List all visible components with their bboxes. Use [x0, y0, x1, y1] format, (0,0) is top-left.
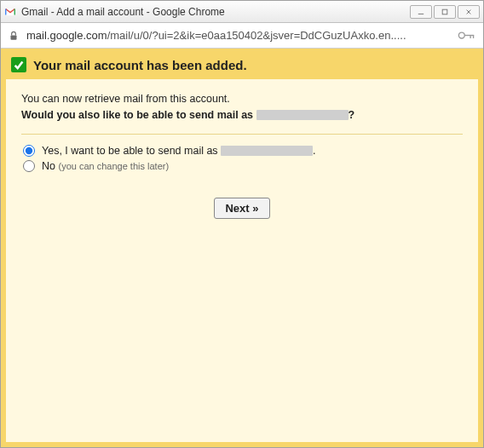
- window-title: Gmail - Add a mail account - Google Chro…: [21, 6, 410, 18]
- redacted-email-2: [221, 146, 313, 156]
- url-path: /mail/u/0/?ui=2&ik=e0aa150402&jsver=DdCG…: [107, 29, 406, 42]
- banner-heading: Your mail account has been added.: [33, 58, 247, 72]
- chrome-window: Gmail - Add a mail account - Google Chro…: [0, 0, 484, 448]
- intro-line1: You can now retrieve mail from this acco…: [21, 91, 463, 107]
- separator: [21, 134, 463, 135]
- svg-point-5: [458, 32, 464, 38]
- window-controls: [410, 5, 480, 19]
- option-yes[interactable]: Yes, I want to be able to send mail as .: [21, 145, 463, 157]
- option-yes-suffix: .: [313, 145, 315, 157]
- maximize-button[interactable]: [434, 5, 456, 19]
- close-button[interactable]: [458, 5, 480, 19]
- option-no-hint: (you can change this later): [58, 161, 169, 171]
- intro-line2: Would you also like to be able to send m…: [21, 107, 463, 123]
- success-banner: Your mail account has been added.: [6, 54, 478, 79]
- button-row: Next »: [21, 198, 463, 219]
- address-bar[interactable]: mail.google.com/mail/u/0/?ui=2&ik=e0aa15…: [1, 23, 483, 49]
- intro-text: You can now retrieve mail from this acco…: [21, 91, 463, 123]
- option-no-text: No: [42, 160, 55, 172]
- send-as-options: Yes, I want to be able to send mail as .…: [21, 145, 463, 172]
- intro-line2-b: ?: [349, 109, 355, 121]
- content-area: Your mail account has been added. You ca…: [1, 49, 483, 447]
- url-text: mail.google.com/mail/u/0/?ui=2&ik=e0aa15…: [26, 29, 452, 42]
- option-yes-prefix: Yes, I want to be able to send mail as: [42, 145, 218, 157]
- next-button[interactable]: Next »: [214, 198, 269, 219]
- key-icon[interactable]: [458, 30, 476, 42]
- svg-rect-4: [11, 35, 17, 39]
- url-domain: mail.google.com: [26, 29, 107, 42]
- redacted-email: [256, 110, 349, 120]
- option-no-label: No (you can change this later): [42, 160, 169, 172]
- option-yes-label: Yes, I want to be able to send mail as .: [42, 145, 316, 157]
- lock-icon: [8, 30, 20, 42]
- panel: You can now retrieve mail from this acco…: [6, 79, 478, 442]
- gmail-favicon-icon: [4, 6, 16, 18]
- radio-yes[interactable]: [23, 145, 35, 157]
- radio-no[interactable]: [23, 160, 35, 172]
- intro-line2-a: Would you also like to be able to send m…: [21, 109, 253, 121]
- option-no[interactable]: No (you can change this later): [21, 160, 463, 172]
- svg-rect-1: [442, 9, 447, 14]
- minimize-button[interactable]: [410, 5, 432, 19]
- titlebar: Gmail - Add a mail account - Google Chro…: [1, 1, 483, 23]
- check-icon: [11, 57, 26, 72]
